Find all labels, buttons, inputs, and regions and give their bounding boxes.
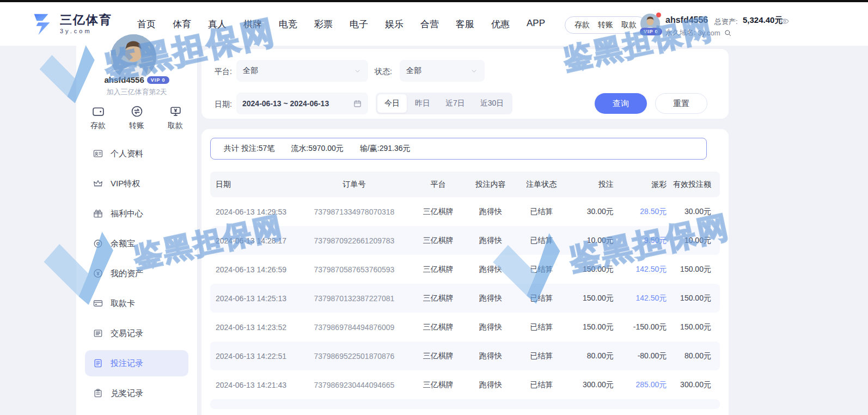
platform-select-value: 全部 (243, 66, 258, 76)
quick-action-存款[interactable]: 存款 (90, 105, 106, 131)
nav-item-真人[interactable]: 真人 (208, 18, 227, 30)
nav-item-首页[interactable]: 首页 (137, 18, 156, 30)
platform-label: 平台: (215, 67, 232, 77)
table-row: 2024-06-13 14:28:177379870922661209783三亿… (210, 226, 720, 255)
wallet-action-转账[interactable]: 转账 (598, 20, 613, 30)
assets-icon (93, 268, 103, 279)
query-button[interactable]: 查询 (595, 93, 647, 114)
sidebar-item-余额宝[interactable]: 余额宝 (85, 230, 188, 257)
table-row: 2024-06-13 14:23:527379869784494876009三亿… (210, 313, 720, 341)
sidebar-username: ahsfd4556 (104, 75, 144, 84)
logo-icon (29, 11, 54, 36)
domain-label: 永久域名: (665, 28, 696, 38)
range-昨日[interactable]: 昨日 (408, 94, 437, 113)
assets-value: 5,324.40元 (743, 15, 783, 26)
cell-bet-amount: 80.00元 (567, 351, 618, 361)
filter-card: 平台: 全部 状态: 全部 日期: 2024-06-13 ~ 2024-06-1… (201, 49, 729, 119)
cell-date: 2024-06-13 14:23:52 (210, 323, 297, 332)
range-近30日[interactable]: 近30日 (473, 94, 511, 113)
main-nav: 首页体育真人棋牌电竞彩票电子娱乐合营客服优惠APP (137, 18, 545, 30)
nav-item-合营[interactable]: 合营 (420, 18, 439, 30)
sidebar-item-取款卡[interactable]: 取款卡 (85, 290, 188, 316)
wallet-action-取款[interactable]: 取款 (621, 20, 637, 30)
cell-bet-content: 跑得快 (465, 322, 516, 332)
sidebar-item-我的资产[interactable]: 我的资产 (85, 260, 188, 286)
sidebar-item-label: 交易记录 (111, 328, 143, 339)
logo-domain: 3y.com (60, 28, 112, 34)
site-logo[interactable]: 三亿体育 3y.com (29, 11, 112, 36)
transaction-list-icon (93, 328, 103, 339)
sidebar-item-label: 我的资产 (111, 268, 143, 279)
nav-item-娱乐[interactable]: 娱乐 (385, 18, 404, 30)
col-header-valid-bet: 有效投注额 (669, 180, 720, 190)
cell-bet-content: 跑得快 (465, 265, 516, 274)
cell-order-no: 7379869784494876009 (297, 323, 412, 332)
cell-order-no: 7379870132387227081 (297, 294, 412, 303)
sidebar-item-label: 取款卡 (111, 298, 135, 309)
nav-item-彩票[interactable]: 彩票 (314, 18, 333, 30)
eye-icon[interactable] (780, 16, 790, 26)
nav-item-电子[interactable]: 电子 (350, 18, 368, 30)
deposit-wallet-icon (91, 105, 105, 118)
magnifier-icon[interactable] (724, 29, 732, 37)
username[interactable]: ahsfd4556 (665, 15, 708, 25)
quick-action-label: 转账 (129, 121, 144, 131)
date-label: 日期: (215, 100, 232, 109)
clipboard-icon (93, 388, 103, 399)
status-select[interactable]: 全部 (400, 60, 485, 82)
chevron-down-icon (470, 67, 478, 75)
cell-bet-amount: 10.00元 (567, 236, 618, 246)
sidebar-item-投注记录[interactable]: 投注记录 (85, 350, 188, 376)
assets-label: 总资产: (714, 17, 738, 27)
cell-order-no: 7379870922661209783 (297, 236, 412, 245)
cell-valid-bet: 150.00元 (669, 265, 720, 274)
sidebar-user-row: ahsfd4556VIP 0 (76, 75, 197, 84)
sidebar-item-VIP特权[interactable]: VIP特权 (85, 170, 188, 197)
cell-order-no: 7379870587653760593 (297, 265, 412, 274)
reset-button[interactable]: 重置 (655, 93, 707, 114)
cell-order-no: 7379869230444094665 (297, 381, 412, 389)
nav-item-体育[interactable]: 体育 (173, 18, 191, 30)
sidebar-menu: 个人资料VIP特权福利中心余额宝我的资产取款卡交易记录投注记录兑奖记录 (76, 141, 197, 410)
coin-icon (93, 238, 103, 249)
range-今日[interactable]: 今日 (377, 94, 407, 113)
nav-item-客服[interactable]: 客服 (456, 18, 474, 30)
quick-action-转账[interactable]: 转账 (129, 105, 144, 131)
transfer-icon (130, 105, 144, 118)
cell-status: 已结算 (516, 236, 567, 246)
chevron-down-icon (353, 67, 362, 75)
cell-bet-amount: 150.00元 (567, 294, 618, 303)
platform-select[interactable]: 全部 (236, 60, 368, 82)
sidebar-item-个人资料[interactable]: 个人资料 (85, 141, 188, 167)
nav-item-电竞[interactable]: 电竞 (279, 18, 297, 30)
wallet-actions-pill: 存款转账取款 (565, 16, 646, 34)
window-top-edge (0, 0, 868, 2)
records-card: 共计 投注:57笔 流水:5970.00元 输/赢:291.36元 日期订单号平… (201, 129, 729, 415)
cell-bet-content: 跑得快 (465, 294, 516, 303)
vip-badge: VIP 0 (640, 28, 662, 35)
cell-date: 2024-06-13 14:29:53 (210, 207, 297, 216)
cell-valid-bet: 80.00元 (669, 351, 720, 361)
quick-action-取款[interactable]: 取款 (168, 105, 183, 131)
sidebar-item-交易记录[interactable]: 交易记录 (85, 320, 188, 346)
cell-bet-amount: 150.00元 (567, 322, 618, 332)
sidebar-item-福利中心[interactable]: 福利中心 (85, 200, 188, 227)
range-近7日[interactable]: 近7日 (438, 94, 472, 113)
col-header-bet-content: 投注内容 (465, 180, 516, 190)
nav-item-APP[interactable]: APP (527, 18, 545, 30)
bet-records-table: 日期订单号平台投注内容注单状态投注派彩有效投注额 2024-06-13 14:2… (210, 172, 720, 399)
bet-record-icon (93, 358, 103, 369)
summary-total: 共计 投注:57笔 (224, 144, 274, 154)
wallet-action-存款[interactable]: 存款 (574, 20, 590, 30)
cell-payout: 9.50元 (618, 236, 669, 246)
cell-status: 已结算 (516, 322, 567, 332)
sidebar-vip-badge: VIP 0 (147, 76, 169, 84)
cell-status: 已结算 (516, 351, 567, 361)
nav-item-棋牌[interactable]: 棋牌 (243, 18, 262, 30)
date-range-input[interactable]: 2024-06-13 ~ 2024-06-13 (236, 93, 368, 114)
summary-bar: 共计 投注:57笔 流水:5970.00元 输/赢:291.36元 (210, 138, 707, 160)
sidebar-item-兑奖记录[interactable]: 兑奖记录 (85, 380, 188, 406)
nav-item-优惠[interactable]: 优惠 (491, 18, 510, 30)
table-row-partial (210, 399, 720, 409)
profile-avatar[interactable] (111, 34, 156, 80)
